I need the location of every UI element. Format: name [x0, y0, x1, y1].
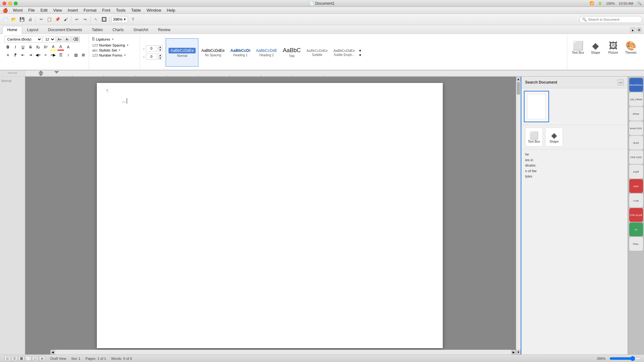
italic-btn[interactable]: I	[12, 44, 19, 51]
search-input[interactable]	[588, 18, 639, 21]
open-btn[interactable]: 📂	[10, 16, 18, 23]
zoom-display[interactable]: 396% ▼	[111, 16, 128, 23]
ribbon-options-btn[interactable]: ⚙	[636, 27, 641, 32]
minimize-button[interactable]	[8, 2, 12, 5]
bullets-btn[interactable]: ≡	[4, 52, 11, 58]
scroll-thumb[interactable]	[517, 82, 520, 95]
picture-btn[interactable]: 🖼 Picture	[605, 36, 621, 58]
dock-item-100pana[interactable]: 100_PANA	[629, 92, 643, 106]
traffic-lights[interactable]	[3, 2, 18, 5]
doc-page[interactable]: ¶ —	[97, 83, 443, 348]
h-scroll-track[interactable]	[55, 350, 511, 354]
font-size-increase[interactable]: A+	[56, 36, 64, 42]
tab-charts[interactable]: Charts	[108, 26, 128, 34]
underline-btn[interactable]: U	[19, 44, 26, 51]
style-heading2[interactable]: AaBbCcDdE Heading 2	[253, 38, 280, 67]
ligatures-dropdown[interactable]: ▼	[111, 38, 114, 41]
font-size-select[interactable]: 12	[43, 36, 55, 43]
menu-font[interactable]: Font	[100, 7, 113, 13]
tab-home[interactable]: Home	[3, 26, 22, 34]
borders-btn[interactable]: ⊞	[80, 52, 87, 58]
spacing-after-input[interactable]	[146, 53, 157, 60]
outdent-btn[interactable]: ⇤	[19, 52, 26, 58]
undo-btn[interactable]: ↩	[73, 16, 80, 23]
zoom-help-btn[interactable]: ?	[129, 16, 137, 23]
copy-btn[interactable]: 📋	[46, 16, 53, 23]
clear-format-btn[interactable]: ⌫	[71, 36, 80, 42]
spacing-before-down[interactable]: ▼	[158, 48, 163, 52]
shape-btn[interactable]: ◆ Shape	[587, 36, 604, 58]
style-title[interactable]: AaBbC Title	[280, 38, 303, 67]
prev-page-btn[interactable]: ▲	[509, 216, 514, 221]
menu-tools[interactable]: Tools	[114, 7, 128, 13]
num-spacing-dropdown[interactable]: ▼	[126, 44, 129, 47]
style-heading1[interactable]: AaBbCcDi Heading 1	[228, 38, 253, 67]
textbox-panel-btn[interactable]: ⬜ Text Box	[525, 128, 543, 146]
styles-scroll-down[interactable]: ▼	[358, 52, 363, 58]
search-container[interactable]: 🔍	[579, 16, 642, 23]
paste-format-btn[interactable]: 🖌	[62, 16, 69, 23]
subscript-btn[interactable]: X₂	[35, 44, 42, 51]
cut-btn[interactable]: ✂	[37, 16, 45, 23]
dock-item-atpd[interactable]: at.pd	[629, 136, 643, 150]
vertical-scrollbar[interactable]: ▲ ▼	[516, 77, 521, 354]
doc-canvas[interactable]: ¶ — ▲ ▼ ◀ ▶ ▲ ▼	[25, 77, 521, 354]
tab-tables[interactable]: Tables	[87, 26, 108, 34]
indent-btn[interactable]: ⇥	[27, 52, 34, 58]
cursor-btn[interactable]: ↖	[92, 16, 100, 23]
style-no-spacing[interactable]: AaBbCcDdEe No Spacing	[198, 38, 227, 67]
scroll-right-btn[interactable]: ▶	[511, 350, 516, 354]
menu-file[interactable]: File	[26, 7, 37, 13]
shape-panel-btn[interactable]: ◆ Shape	[545, 128, 563, 146]
print-btn[interactable]: 🖨	[26, 16, 34, 23]
scroll-left-btn[interactable]: ◀	[50, 350, 55, 354]
style-normal[interactable]: AaBbCcDdEe Normal	[166, 38, 198, 67]
menu-edit[interactable]: Edit	[38, 7, 50, 13]
scroll-up-btn[interactable]: ▲	[516, 77, 521, 81]
highlight-btn[interactable]: A	[50, 44, 57, 51]
numbering-btn[interactable]: ⁋	[12, 52, 19, 58]
styles-arrow[interactable]: ▲ ▼	[358, 47, 363, 58]
zoom-slider[interactable]	[609, 356, 641, 361]
close-button[interactable]	[3, 2, 6, 5]
themes-btn[interactable]: 🎨 Themes	[623, 36, 639, 58]
redo-btn[interactable]: ↪	[81, 16, 89, 23]
dock-item-wordtodesi[interactable]: WordtoDesi	[629, 78, 643, 92]
page-thumbnail[interactable]	[524, 91, 549, 122]
text-content-area[interactable]: —	[122, 98, 127, 104]
align-left-btn[interactable]: ◀=	[35, 52, 42, 58]
paste-btn[interactable]: 📌	[54, 16, 61, 23]
menu-window[interactable]: Window	[144, 7, 164, 13]
spacing-before-input[interactable]	[146, 45, 157, 52]
dock-item-cke2102[interactable]: CKE-2102	[629, 150, 643, 164]
menu-insert[interactable]: Insert	[65, 7, 80, 13]
textbox-btn[interactable]: ⬜ Text Box	[570, 36, 586, 58]
align-center-btn[interactable]: =	[42, 52, 49, 58]
scroll-down-btn[interactable]: ▼	[516, 350, 521, 354]
apple-menu[interactable]: 🍎	[3, 8, 8, 13]
right-panel-minimize[interactable]: —	[618, 79, 624, 85]
menu-view[interactable]: View	[51, 7, 64, 13]
new-btn[interactable]: 📄	[2, 16, 9, 23]
dock-item-ckedpdf[interactable]: CKE-dr.pdf	[629, 208, 643, 222]
collapse-ribbon-btn[interactable]: ▲	[630, 27, 635, 32]
dock-item-xpan[interactable]: xpan	[629, 179, 643, 193]
view-btn-6[interactable]: ⊞	[39, 356, 45, 361]
paint-btn[interactable]: 🔲	[100, 16, 108, 23]
view-btn-3[interactable]: 📓	[18, 356, 25, 361]
font-family-select[interactable]: Cambria (Body)	[4, 36, 42, 43]
save-btn[interactable]: 💾	[18, 16, 26, 23]
text-effects-btn[interactable]: A	[65, 44, 72, 51]
dock-item-nzip[interactable]: n.zip	[629, 194, 643, 207]
superscript-btn[interactable]: X²	[42, 44, 49, 51]
spacing-after-up[interactable]: ▲	[158, 53, 163, 57]
font-size-decrease[interactable]: A-	[64, 36, 71, 42]
scroll-track[interactable]	[516, 81, 521, 350]
tab-review[interactable]: Review	[153, 26, 175, 34]
stylistic-dropdown[interactable]: ▼	[118, 49, 121, 52]
search-icon[interactable]: 🔍	[637, 1, 641, 5]
dock-item-kfest[interactable]: kFest	[629, 107, 643, 121]
menu-help[interactable]: Help	[164, 7, 178, 13]
tab-smartart[interactable]: SmartArt	[129, 26, 153, 34]
view-btn-5[interactable]: 📰	[32, 356, 38, 361]
